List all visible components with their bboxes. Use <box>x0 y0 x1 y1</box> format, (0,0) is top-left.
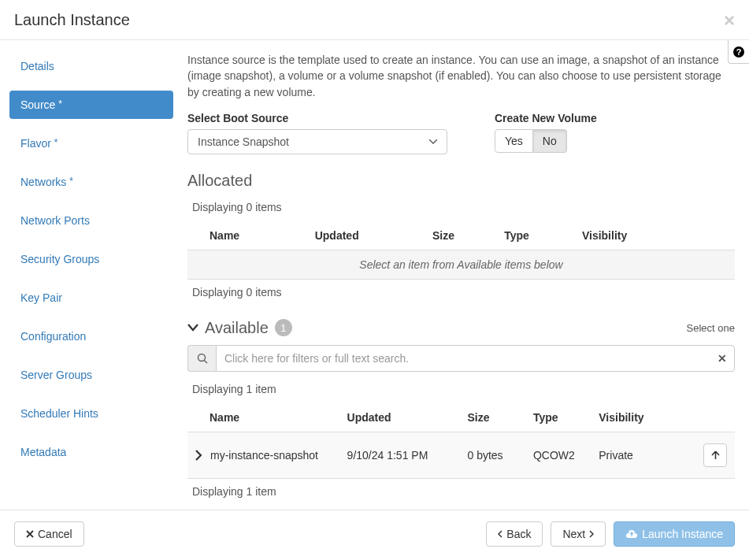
help-button[interactable]: ? <box>728 40 749 64</box>
available-title-group[interactable]: Available 1 <box>187 319 292 337</box>
svg-line-3 <box>204 360 207 363</box>
table-row: my-instance-snapshot 9/10/24 1:51 PM 0 b… <box>187 432 735 478</box>
help-icon: ? <box>732 46 745 58</box>
col-visibility: Visibility <box>592 403 695 432</box>
sidebar-item-key-pair[interactable]: Key Pair <box>9 284 173 312</box>
allocated-count-top: Displaying 0 items <box>187 196 735 221</box>
allocated-placeholder: Select an item from Available items belo… <box>187 250 735 279</box>
boot-source-select[interactable]: Instance Snapshot <box>187 129 447 154</box>
allocated-table: Name Updated Size Type Visibility Select… <box>187 221 735 280</box>
sidebar-label: Server Groups <box>20 369 92 381</box>
available-table: Name Updated Size Type Visibility <box>187 403 735 479</box>
sidebar-item-networks[interactable]: Networks * <box>9 168 173 196</box>
sidebar-item-security-groups[interactable]: Security Groups <box>9 245 173 273</box>
select-one-hint: Select one <box>687 322 735 334</box>
available-header: Available 1 Select one <box>187 319 735 337</box>
sidebar-item-metadata[interactable]: Metadata <box>9 438 173 466</box>
search-clear-icon[interactable]: ✕ <box>717 352 727 365</box>
available-title: Available <box>205 319 269 337</box>
boot-source-value: Instance Snapshot <box>198 135 289 148</box>
new-volume-group: Create New Volume Yes No <box>495 112 597 154</box>
form-row: Select Boot Source Instance Snapshot Cre… <box>187 112 735 154</box>
col-updated: Updated <box>341 403 462 432</box>
sidebar-label: Key Pair <box>20 291 62 304</box>
sidebar-label: Configuration <box>20 330 86 343</box>
intro-text: Instance source is the template used to … <box>187 52 735 100</box>
available-count-bottom: Displaying 1 item <box>187 479 735 498</box>
sidebar-label: Network Ports <box>20 214 90 227</box>
content-area: Instance source is the template used to … <box>183 40 749 510</box>
sidebar-label: Source <box>20 98 55 111</box>
row-size: 0 bytes <box>461 432 526 478</box>
chevron-right-icon[interactable] <box>195 450 202 461</box>
col-visibility: Visibility <box>576 221 695 250</box>
allocated-count-bottom: Displaying 0 items <box>187 280 735 299</box>
sidebar-label: Scheduler Hints <box>20 407 98 420</box>
sidebar-label: Networks <box>20 176 66 188</box>
wizard-sidebar: Details Source * Flavor * Networks * Net… <box>0 40 183 510</box>
col-name: Name <box>187 221 309 250</box>
next-button[interactable]: Next <box>551 521 606 547</box>
sidebar-item-flavor[interactable]: Flavor * <box>9 129 173 158</box>
row-name: my-instance-snapshot <box>210 449 318 462</box>
chevron-left-icon <box>498 530 502 538</box>
sidebar-item-scheduler-hints[interactable]: Scheduler Hints <box>9 399 173 428</box>
chevron-down-icon <box>429 139 437 144</box>
col-name: Name <box>187 403 341 432</box>
cloud-upload-icon <box>625 529 638 539</box>
new-volume-label: Create New Volume <box>495 112 597 124</box>
volume-no-button[interactable]: No <box>533 129 567 153</box>
allocated-title: Allocated <box>187 172 735 190</box>
allocate-button[interactable] <box>703 443 727 467</box>
allocated-placeholder-row: Select an item from Available items belo… <box>187 250 735 279</box>
close-icon <box>26 530 34 538</box>
search-input[interactable] <box>216 345 735 372</box>
sidebar-label: Metadata <box>20 446 66 458</box>
col-type: Type <box>498 221 576 250</box>
chevron-right-icon <box>589 530 594 538</box>
sidebar-item-details[interactable]: Details <box>9 52 173 80</box>
sidebar-item-network-ports[interactable]: Network Ports <box>9 206 173 235</box>
new-volume-toggle: Yes No <box>495 129 567 153</box>
chevron-down-icon <box>187 324 198 332</box>
col-size: Size <box>461 403 526 432</box>
required-icon: * <box>69 176 73 187</box>
cancel-button[interactable]: Cancel <box>14 521 84 547</box>
svg-text:?: ? <box>736 47 742 57</box>
close-icon[interactable]: × <box>724 11 735 30</box>
boot-source-group: Select Boot Source Instance Snapshot <box>187 112 447 154</box>
search-icon-box <box>187 345 216 372</box>
modal-footer: Cancel Back Next Launch Instance <box>0 510 749 558</box>
next-label: Next <box>562 528 585 540</box>
launch-label: Launch Instance <box>642 528 723 540</box>
available-section: Available 1 Select one ✕ Displaying 1 it… <box>187 319 735 498</box>
col-updated: Updated <box>309 221 426 250</box>
launch-button[interactable]: Launch Instance <box>614 521 735 547</box>
required-icon: * <box>54 137 58 148</box>
required-icon: * <box>58 98 62 109</box>
sidebar-item-server-groups[interactable]: Server Groups <box>9 361 173 389</box>
boot-source-label: Select Boot Source <box>187 112 447 124</box>
sidebar-label: Details <box>20 60 54 72</box>
volume-yes-button[interactable]: Yes <box>495 129 533 153</box>
table-header-row: Name Updated Size Type Visibility <box>187 221 735 250</box>
search-icon <box>197 353 208 364</box>
arrow-up-icon <box>711 451 720 460</box>
sidebar-label: Flavor <box>20 137 51 150</box>
sidebar-item-configuration[interactable]: Configuration <box>9 322 173 350</box>
allocated-section: Allocated Displaying 0 items Name Update… <box>187 172 735 299</box>
available-count-badge: 1 <box>275 319 292 336</box>
row-visibility: Private <box>592 432 695 478</box>
modal-title: Launch Instance <box>14 11 130 29</box>
back-button[interactable]: Back <box>486 521 543 547</box>
row-updated: 9/10/24 1:51 PM <box>341 432 462 478</box>
col-type: Type <box>527 403 592 432</box>
modal-body: ? Details Source * Flavor * Networks * N… <box>0 40 749 510</box>
launch-instance-modal: Launch Instance × ? Details Source * Fla… <box>0 0 749 558</box>
search-row: ✕ <box>187 345 735 372</box>
row-type: QCOW2 <box>527 432 592 478</box>
sidebar-item-source[interactable]: Source * <box>9 91 173 119</box>
svg-point-2 <box>198 354 205 361</box>
available-count-top: Displaying 1 item <box>187 378 735 403</box>
cancel-label: Cancel <box>38 528 72 540</box>
